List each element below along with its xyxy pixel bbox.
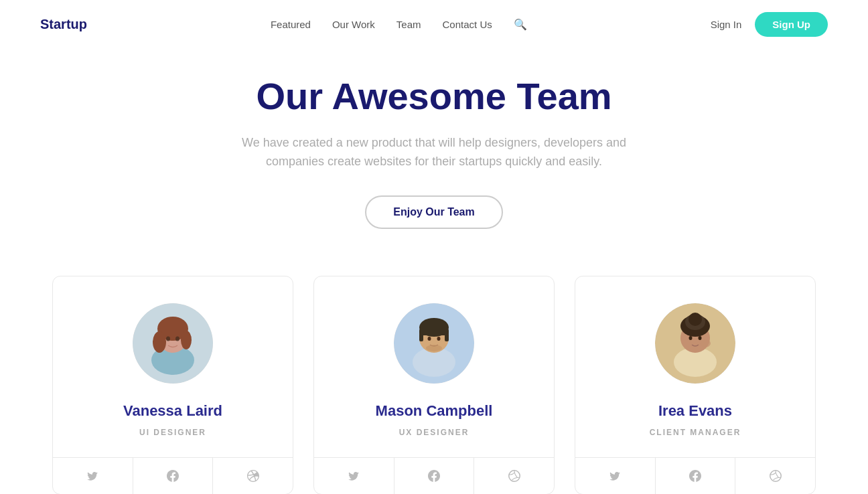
svg-point-4 xyxy=(153,331,166,353)
svg-point-24 xyxy=(689,313,702,326)
nav-links: Featured Our Work Team Contact Us 🔍 xyxy=(271,18,527,31)
team-card-vanessa: Vanessa Laird UI DESIGNER xyxy=(52,276,293,494)
avatar-vanessa xyxy=(133,303,213,384)
member-role-mason: UX DESIGNER xyxy=(328,428,540,437)
nav-link-team[interactable]: Team xyxy=(396,19,421,30)
signin-link[interactable]: Sign In xyxy=(711,19,742,30)
card-footer-irea xyxy=(575,457,815,494)
hero-title: Our Awesome Team xyxy=(13,76,855,117)
member-role-irea: CLIENT MANAGER xyxy=(589,428,802,437)
dribbble-icon-irea[interactable] xyxy=(735,458,815,494)
card-body-mason: Mason Campbell UX DESIGNER xyxy=(314,276,554,457)
svg-rect-13 xyxy=(419,333,423,341)
nav-link-contact[interactable]: Contact Us xyxy=(443,19,492,30)
team-card-mason: Mason Campbell UX DESIGNER xyxy=(313,276,555,494)
svg-rect-12 xyxy=(419,329,449,335)
navbar: Startup Featured Our Work Team Contact U… xyxy=(0,0,868,49)
card-footer-vanessa xyxy=(53,457,293,494)
dribbble-icon-mason[interactable] xyxy=(474,458,554,494)
hero-section: Our Awesome Team We have created a new p… xyxy=(0,49,868,242)
nav-link-featured[interactable]: Featured xyxy=(271,19,311,30)
member-name-mason: Mason Campbell xyxy=(328,402,540,420)
signup-button[interactable]: Sign Up xyxy=(755,12,828,37)
svg-point-27 xyxy=(700,339,711,347)
card-footer-mason xyxy=(314,457,554,494)
svg-point-16 xyxy=(437,337,441,341)
card-body-vanessa: Vanessa Laird UI DESIGNER xyxy=(53,276,293,457)
card-body-irea: Irea Evans CLIENT MANAGER xyxy=(575,276,815,457)
facebook-icon-irea[interactable] xyxy=(656,458,736,494)
twitter-icon-mason[interactable] xyxy=(314,458,394,494)
nav-link-work[interactable]: Our Work xyxy=(332,19,375,30)
team-section: Vanessa Laird UI DESIGNER xyxy=(0,242,868,494)
dribbble-icon-vanessa[interactable] xyxy=(213,458,293,494)
svg-point-6 xyxy=(166,337,170,341)
enjoy-team-button[interactable]: Enjoy Our Team xyxy=(365,195,503,229)
svg-point-17 xyxy=(426,345,442,351)
svg-point-7 xyxy=(175,337,179,341)
svg-point-5 xyxy=(181,331,192,349)
svg-rect-14 xyxy=(445,333,449,341)
member-name-irea: Irea Evans xyxy=(589,402,802,420)
nav-logo: Startup xyxy=(40,17,87,32)
avatar-irea xyxy=(655,303,735,384)
facebook-icon-mason[interactable] xyxy=(394,458,475,494)
member-name-vanessa: Vanessa Laird xyxy=(66,402,279,420)
search-icon[interactable]: 🔍 xyxy=(514,19,527,30)
svg-point-26 xyxy=(699,336,702,340)
team-card-irea: Irea Evans CLIENT MANAGER xyxy=(575,276,816,494)
member-role-vanessa: UI DESIGNER xyxy=(66,428,279,437)
facebook-icon-vanessa[interactable] xyxy=(133,458,214,494)
twitter-icon-vanessa[interactable] xyxy=(53,458,133,494)
svg-point-25 xyxy=(689,336,693,340)
avatar-mason xyxy=(394,303,474,384)
svg-point-15 xyxy=(428,337,431,341)
hero-subtitle: We have created a new product that will … xyxy=(226,133,642,172)
nav-right: Sign In Sign Up xyxy=(711,12,828,37)
twitter-icon-irea[interactable] xyxy=(575,458,656,494)
